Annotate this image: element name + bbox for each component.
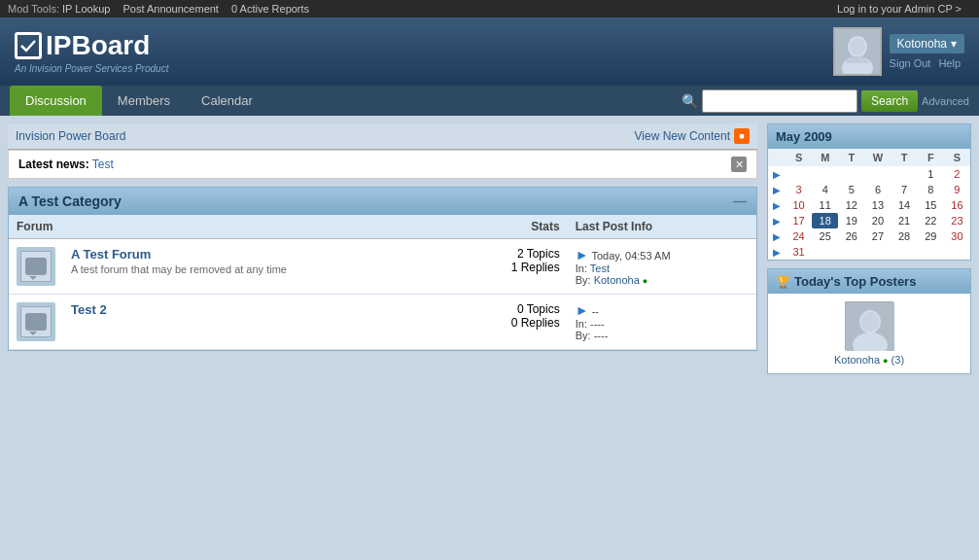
cal-day-0-2 xyxy=(838,166,864,182)
poster-name[interactable]: Kotonoha ● (3) xyxy=(834,354,904,366)
cal-day-1-6[interactable]: 9 xyxy=(944,182,970,197)
news-link[interactable]: Test xyxy=(92,158,114,171)
cal-day-2-3[interactable]: 13 xyxy=(864,197,891,213)
col-forum: Forum xyxy=(9,215,458,239)
tab-members[interactable]: Members xyxy=(102,86,186,116)
cal-day-4-3[interactable]: 27 xyxy=(864,228,891,244)
col-last-post: Last Post Info xyxy=(568,215,756,239)
top-posters-title: Today's Top Posters xyxy=(794,274,916,289)
cal-week-nav-4[interactable]: ▶ xyxy=(768,228,786,244)
cal-week-nav-5[interactable]: ▶ xyxy=(768,244,786,260)
cal-day-1-2[interactable]: 5 xyxy=(838,182,864,197)
cal-day-0-4 xyxy=(892,166,918,182)
forum-link-1[interactable]: A Test Forum xyxy=(71,247,151,262)
cal-day-f: F xyxy=(918,149,944,166)
cal-day-3-6[interactable]: 23 xyxy=(944,213,970,228)
last-post-2: ► -- In: ---- By: ---- xyxy=(568,295,756,350)
last-post-icon-2: ► xyxy=(576,302,589,318)
category-collapse-button[interactable]: — xyxy=(733,193,747,209)
last-post-by-2: ---- xyxy=(594,330,609,341)
ip-lookup-link[interactable]: IP Lookup xyxy=(62,3,110,15)
cal-week-nav-3[interactable]: ▶ xyxy=(768,213,786,228)
trophy-icon: 🏆 xyxy=(776,275,790,289)
header: IPBoard An Invision Power Services Produ… xyxy=(0,18,979,86)
cal-day-1-1[interactable]: 4 xyxy=(812,182,838,197)
last-post-by-link-1[interactable]: Kotonoha xyxy=(594,274,640,286)
logo: IPBoard xyxy=(15,30,168,61)
nav-bar: Discussion Members Calendar 🔍 Search Adv… xyxy=(0,86,979,116)
cal-day-3-3[interactable]: 20 xyxy=(864,213,891,228)
calendar-body: ▶12▶3456789▶10111213141516▶1718192021222… xyxy=(768,166,970,260)
cal-day-2-6[interactable]: 16 xyxy=(944,197,970,213)
cal-day-3-5[interactable]: 22 xyxy=(918,213,944,228)
cal-day-3-2[interactable]: 19 xyxy=(838,213,864,228)
cal-day-1-0[interactable]: 3 xyxy=(786,182,812,197)
cal-day-0-5[interactable]: 1 xyxy=(918,166,944,182)
cal-day-4-6[interactable]: 30 xyxy=(944,228,970,244)
cal-day-5-5 xyxy=(918,244,944,260)
cal-day-4-0[interactable]: 24 xyxy=(786,228,812,244)
user-online-icon: ● xyxy=(643,276,647,286)
cal-week-nav-0[interactable]: ▶ xyxy=(768,166,786,182)
cal-day-3-1[interactable]: 18 xyxy=(812,213,838,228)
cal-nav-prev[interactable] xyxy=(768,149,786,166)
table-row: A Test Forum A test forum that may be re… xyxy=(9,239,756,295)
sign-out-link[interactable]: Sign Out xyxy=(890,57,931,69)
cal-day-0-6[interactable]: 2 xyxy=(944,166,970,182)
user-avatar-header xyxy=(833,27,882,76)
cal-day-5-0[interactable]: 31 xyxy=(786,244,812,260)
calendar-box: May 2009 S M T W T F S ▶12▶3456789▶1011 xyxy=(767,123,971,261)
forum-stats-1: 2 Topics 1 Replies xyxy=(458,239,568,295)
cal-day-2-2[interactable]: 12 xyxy=(838,197,864,213)
cal-day-4-4[interactable]: 28 xyxy=(892,228,918,244)
search-button[interactable]: Search xyxy=(861,90,918,112)
cal-day-1-5[interactable]: 8 xyxy=(918,182,944,197)
forum-icon xyxy=(17,247,55,286)
logo-tagline: An Invision Power Services Product xyxy=(15,63,168,74)
username-label: Kotonoha xyxy=(897,37,947,51)
admin-cp-link[interactable]: Log in to your Admin CP > xyxy=(837,3,962,15)
news-text: Latest news: Test xyxy=(18,158,114,171)
cal-week-nav-1[interactable]: ▶ xyxy=(768,182,786,197)
search-area: 🔍 Search Advanced xyxy=(682,89,969,113)
active-reports-link[interactable]: 0 Active Reports xyxy=(231,3,309,15)
cal-day-4-5[interactable]: 29 xyxy=(918,228,944,244)
tab-discussion[interactable]: Discussion xyxy=(10,86,102,116)
cal-day-5-4 xyxy=(892,244,918,260)
cal-day-4-1[interactable]: 25 xyxy=(812,228,838,244)
rss-icon[interactable]: ■ xyxy=(734,128,750,144)
top-posters-box: 🏆 Today's Top Posters Kotonoha ● (3) xyxy=(767,268,971,374)
tab-calendar[interactable]: Calendar xyxy=(186,86,268,116)
cal-day-1-4[interactable]: 7 xyxy=(892,182,918,197)
close-news-button[interactable]: ✕ xyxy=(731,157,747,172)
poster-avatar xyxy=(845,301,893,350)
cal-day-3-4[interactable]: 21 xyxy=(892,213,918,228)
cal-day-t2: T xyxy=(892,149,918,166)
cal-day-3-0[interactable]: 17 xyxy=(786,213,812,228)
cal-day-2-1[interactable]: 11 xyxy=(812,197,838,213)
forum-link-2[interactable]: Test 2 xyxy=(71,302,107,317)
content-wrapper: Invision Power Board View New Content ■ … xyxy=(0,116,979,382)
cal-day-4-2[interactable]: 26 xyxy=(838,228,864,244)
cal-day-s2: S xyxy=(944,149,970,166)
cal-day-2-5[interactable]: 15 xyxy=(918,197,944,213)
post-announcement-link[interactable]: Post Announcement xyxy=(122,3,218,15)
cal-day-2-4[interactable]: 14 xyxy=(892,197,918,213)
cal-day-1-3[interactable]: 6 xyxy=(864,182,891,197)
advanced-search-link[interactable]: Advanced xyxy=(922,95,969,107)
cal-day-s1: S xyxy=(786,149,812,166)
last-post-in-link-1[interactable]: Test xyxy=(590,262,610,274)
col-stats: Stats xyxy=(458,215,568,239)
calendar-header: May 2009 xyxy=(768,124,970,149)
cal-week-nav-2[interactable]: ▶ xyxy=(768,197,786,213)
username-dropdown[interactable]: Kotonoha ▾ xyxy=(890,34,964,53)
breadcrumb[interactable]: Invision Power Board xyxy=(16,129,125,143)
search-input[interactable] xyxy=(702,89,857,113)
help-link[interactable]: Help xyxy=(938,57,961,69)
view-new-content-link[interactable]: View New Content xyxy=(635,129,731,143)
cal-day-2-0[interactable]: 10 xyxy=(786,197,812,213)
news-label: Latest news: xyxy=(18,158,89,171)
view-new-area: View New Content ■ xyxy=(635,128,751,144)
category-header: A Test Category — xyxy=(9,188,756,215)
calendar-table: S M T W T F S ▶12▶3456789▶10111213141516… xyxy=(768,149,970,260)
